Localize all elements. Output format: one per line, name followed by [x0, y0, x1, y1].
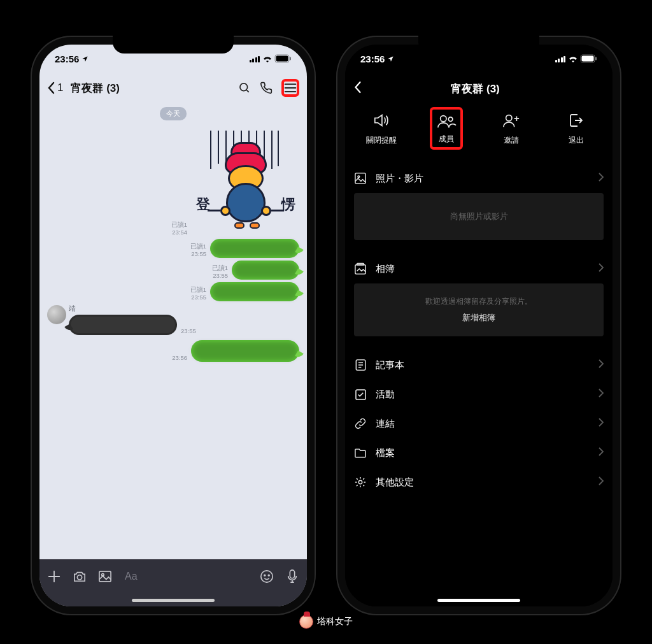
message-out-row: 已讀123:55: [47, 282, 299, 301]
emoji-icon[interactable]: [259, 568, 275, 585]
svg-point-20: [441, 116, 446, 122]
avatar[interactable]: [47, 305, 66, 324]
signal-icon: [250, 55, 260, 62]
wifi-icon: [568, 55, 578, 62]
folder-icon: [354, 447, 367, 459]
signal-icon: [555, 55, 566, 62]
link-icon: [354, 417, 367, 430]
chevron-right-icon: [599, 359, 604, 371]
message-bubble[interactable]: [232, 261, 299, 280]
mic-icon[interactable]: [284, 568, 301, 585]
back-button[interactable]: 1: [47, 82, 63, 94]
photo-icon: [354, 172, 367, 185]
svg-point-22: [506, 115, 512, 121]
chat-title: 宵夜群 (3): [71, 81, 120, 96]
wifi-icon: [262, 55, 273, 62]
speaker-icon: [372, 111, 391, 130]
notes-icon: [354, 359, 367, 371]
section-other[interactable]: 其他設定: [354, 468, 604, 497]
message-meta: 已讀123:55: [212, 264, 228, 280]
message-bubble[interactable]: [191, 340, 299, 362]
phone-icon[interactable]: [257, 79, 275, 97]
chat-input-bar: Aa: [39, 559, 307, 606]
invite-icon: [502, 111, 521, 130]
action-leave[interactable]: 退出: [544, 111, 609, 150]
svg-rect-28: [357, 263, 364, 265]
message-in-row: 靖 23:55: [47, 304, 299, 335]
message-out-row: 已讀123:55: [47, 239, 299, 258]
phone-left-screen: 23:56 1 宵夜群 (3): [39, 45, 307, 606]
section-links[interactable]: 連結: [354, 409, 604, 438]
menu-icon[interactable]: [281, 79, 299, 97]
action-invite[interactable]: 邀請: [479, 111, 544, 150]
action-members[interactable]: 成員: [414, 111, 479, 150]
leave-icon: [567, 111, 586, 130]
notch: [113, 36, 234, 54]
plus-icon[interactable]: [46, 568, 62, 585]
back-count: 1: [57, 82, 63, 94]
svg-line-4: [246, 90, 249, 92]
phone-left-frame: 23:56 1 宵夜群 (3): [31, 36, 316, 615]
message-bubble[interactable]: [69, 315, 177, 335]
svg-rect-11: [99, 571, 111, 582]
gear-icon: [354, 476, 367, 489]
sticker-image[interactable]: 登 愣: [191, 128, 299, 236]
section-notes[interactable]: 記事本: [354, 350, 604, 380]
status-time: 23:56: [55, 54, 79, 64]
svg-rect-25: [355, 173, 365, 183]
action-row: 關閉提醒 成員 邀請: [345, 104, 613, 164]
section-photos[interactable]: 照片・影片: [354, 164, 604, 193]
battery-icon: [275, 55, 292, 62]
date-pill: 今天: [160, 107, 187, 120]
section-events[interactable]: 活動: [354, 380, 604, 409]
home-indicator: [39, 594, 307, 606]
chevron-right-icon: [599, 173, 604, 184]
location-icon: [82, 55, 89, 62]
chat-header: 1 宵夜群 (3): [39, 73, 307, 103]
svg-rect-2: [290, 57, 291, 61]
watermark-text: 塔科女子: [317, 616, 353, 627]
chevron-right-icon: [599, 447, 604, 459]
albums-panel[interactable]: 歡迎透過相簿留存及分享照片。 新增相簿: [354, 283, 604, 336]
svg-point-26: [358, 176, 360, 178]
search-icon[interactable]: [236, 79, 253, 97]
message-meta: 23:56: [172, 354, 187, 362]
new-album-button[interactable]: 新增相簿: [360, 312, 597, 324]
settings-body[interactable]: 照片・影片 尚無照片或影片 相簿 歡迎透過相簿留存及分享照片。 新增相簿: [345, 164, 613, 594]
svg-point-10: [77, 575, 82, 580]
message-sticker-row: 已讀123:54 登: [47, 128, 299, 236]
chevron-right-icon: [599, 418, 604, 429]
svg-point-3: [240, 83, 248, 91]
events-icon: [354, 388, 367, 401]
svg-rect-1: [276, 56, 288, 62]
svg-rect-18: [582, 56, 594, 62]
settings-title: 宵夜群 (3): [347, 82, 604, 96]
message-bubble[interactable]: [210, 282, 299, 301]
album-icon: [354, 262, 367, 275]
gallery-icon[interactable]: [97, 568, 113, 585]
svg-point-15: [268, 575, 269, 576]
watermark: 塔科女子: [299, 615, 353, 629]
action-mute[interactable]: 關閉提醒: [349, 111, 414, 150]
svg-point-21: [448, 117, 453, 122]
chevron-right-icon: [599, 389, 604, 400]
settings-header: 宵夜群 (3): [345, 73, 613, 104]
message-bubble[interactable]: [210, 239, 299, 258]
section-files[interactable]: 檔案: [354, 438, 604, 468]
message-out-row: 23:56: [47, 340, 299, 362]
location-icon: [387, 55, 394, 62]
svg-point-34: [358, 480, 362, 483]
home-indicator: [345, 594, 613, 606]
message-meta: 已讀123:54: [171, 221, 187, 236]
camera-icon[interactable]: [71, 568, 88, 585]
battery-icon: [581, 55, 597, 62]
chat-body[interactable]: 今天 已讀123:54: [39, 103, 307, 559]
message-input[interactable]: Aa: [122, 571, 250, 582]
phone-right-screen: 23:56 宵夜群 (3): [345, 45, 613, 606]
section-albums[interactable]: 相簿: [354, 254, 604, 283]
notch: [418, 36, 539, 54]
chevron-right-icon: [599, 476, 604, 488]
members-icon: [437, 112, 455, 130]
phone-right-frame: 23:56 宵夜群 (3): [336, 36, 621, 615]
chevron-right-icon: [599, 263, 604, 275]
